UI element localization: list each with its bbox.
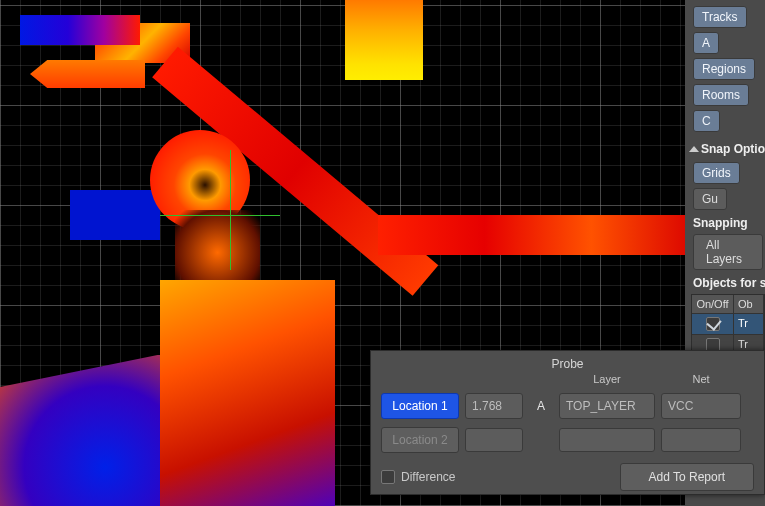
snap-options-header[interactable]: Snap Options [691,142,765,156]
filter-regions-button[interactable]: Regions [693,58,755,80]
all-layers-button[interactable]: All Layers [693,234,763,270]
component-pad[interactable] [20,15,140,45]
collapse-icon [689,146,699,152]
component-body[interactable] [345,0,423,80]
table-row[interactable]: Tr [692,314,764,335]
snapping-label: Snapping [693,216,765,230]
component-pad[interactable] [30,60,145,88]
component-pad[interactable] [70,190,160,240]
location-1-layer[interactable]: TOP_LAYER [559,393,655,419]
objects-for-label: Objects for sn [693,276,765,290]
probe-panel[interactable]: Probe Layer Net Location 1 1.768 A TOP_L… [370,350,765,495]
location-2-value[interactable] [465,428,523,452]
location-2-net[interactable] [661,428,741,452]
section-title: Snap Options [701,142,765,156]
col-header-layer: Layer [559,373,655,385]
checkbox[interactable] [706,317,720,331]
col-header-net: Net [661,373,741,385]
probe-crosshair [160,215,280,216]
add-to-report-button[interactable]: Add To Report [620,463,755,491]
trace-segment[interactable] [378,215,690,255]
difference-checkbox[interactable]: Difference [381,470,455,484]
filter-tracks-button[interactable]: Tracks [693,6,747,28]
col-header-onoff[interactable]: On/Off [692,295,734,314]
grids-button[interactable]: Grids [693,162,740,184]
checkbox[interactable] [381,470,395,484]
col-header-object[interactable]: Ob [734,295,764,314]
row-label: Tr [734,314,764,335]
location-1-value[interactable]: 1.768 [465,393,523,419]
location-1-net[interactable]: VCC [661,393,741,419]
difference-label: Difference [401,470,455,484]
location-1-button[interactable]: Location 1 [381,393,459,419]
copper-pour[interactable] [160,280,335,506]
guides-button[interactable]: Gu [693,188,727,210]
probe-title: Probe [371,351,764,373]
unit-label: A [529,399,553,413]
probe-crosshair [230,150,231,270]
filter-rooms-button[interactable]: Rooms [693,84,749,106]
filter-c-button[interactable]: C [693,110,720,132]
location-2-layer[interactable] [559,428,655,452]
filter-a-button[interactable]: A [693,32,719,54]
location-2-button[interactable]: Location 2 [381,427,459,453]
